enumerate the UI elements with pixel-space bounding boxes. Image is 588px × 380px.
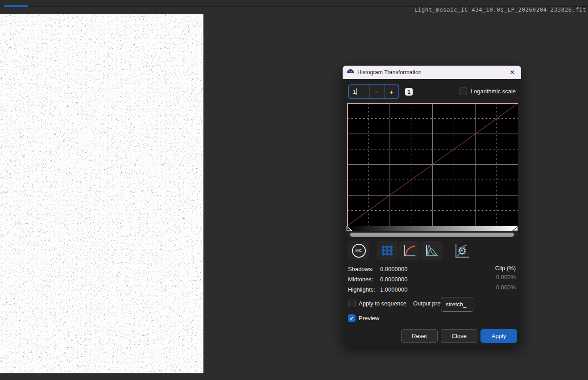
apply-to-sequence-checkbox[interactable] [348,300,356,307]
autostretch-gear-icon: ⚙ [452,242,470,259]
active-tab[interactable] [4,0,28,7]
highlights-value: 1.0000000 [380,286,407,293]
histogram-plot [347,103,518,226]
highlights-slider-handle[interactable] [512,226,518,231]
shadows-value: 0.0000000 [380,266,407,272]
output-prefix-input[interactable] [441,297,473,312]
reset-button[interactable]: Reset [401,329,438,343]
autostretch-settings-button[interactable]: ⚙ [451,242,471,260]
zoom-increment-button[interactable]: + [385,85,399,98]
midtones-color-button[interactable]: MC [348,241,369,260]
toggle-curve-button[interactable] [399,241,420,260]
zoom-spinner: 1 − + [348,84,399,99]
midtones-value: 0.0000000 [380,276,407,283]
image-noise [0,14,203,373]
active-tab-underline [4,5,28,7]
curve-icon [403,244,416,257]
histogram-icon [425,244,439,257]
histogram-transformation-dialog: Histogram Transformation ✕ 1 − + 1 Logar… [343,66,521,346]
preview-checkbox[interactable]: ✓ [348,314,356,322]
histogram-plot-canvas [347,103,518,226]
toggle-grid-button[interactable] [377,241,398,260]
histogram-scrollbar-thumb[interactable] [350,233,514,237]
loaded-filename: Light_mosaic_IC 434_10.0s_LP_20260204-23… [414,6,586,13]
zoom-level-badge: 1 [405,88,413,96]
tone-gradient-strip [347,226,518,231]
dialog-titlebar[interactable]: Histogram Transformation ✕ [343,66,521,79]
siril-workspace: Light_mosaic_IC 434_10.0s_LP_20260204-23… [0,0,588,380]
histogram-scrollbar [347,232,518,237]
mc-icon: MC [352,244,366,258]
image-preview[interactable] [0,14,203,373]
apply-button[interactable]: Apply [480,329,517,343]
zoom-decrement-button[interactable]: − [370,85,384,98]
preview-label: Preview [359,315,379,322]
clip-shadows-value: 0.000% [496,274,516,280]
close-button[interactable]: Close [441,329,477,343]
clip-highlights-value: 0.000% [496,284,516,291]
apply-to-sequence-label: Apply to sequence [359,300,406,307]
zoom-input[interactable]: 1 [349,85,369,98]
grid-icon [381,244,393,257]
midtones-label: Midtones: [348,276,373,283]
top-bar [0,0,588,7]
siril-logo-icon [347,69,354,76]
zoom-value: 1 [353,88,356,95]
toggle-histogram-button[interactable] [421,241,443,260]
shadows-slider-handle[interactable] [346,226,353,231]
dialog-title: Histogram Transformation [357,69,422,75]
clip-percent-header: Clip (%) [495,265,516,271]
shadows-label: Shadows: [348,266,373,272]
close-icon[interactable]: ✕ [508,68,517,76]
highlights-label: Highlights: [348,286,375,293]
logarithmic-scale-label: Logarithmic scale [471,88,516,95]
text-caret [356,88,357,95]
logarithmic-scale-checkbox[interactable] [460,88,467,95]
